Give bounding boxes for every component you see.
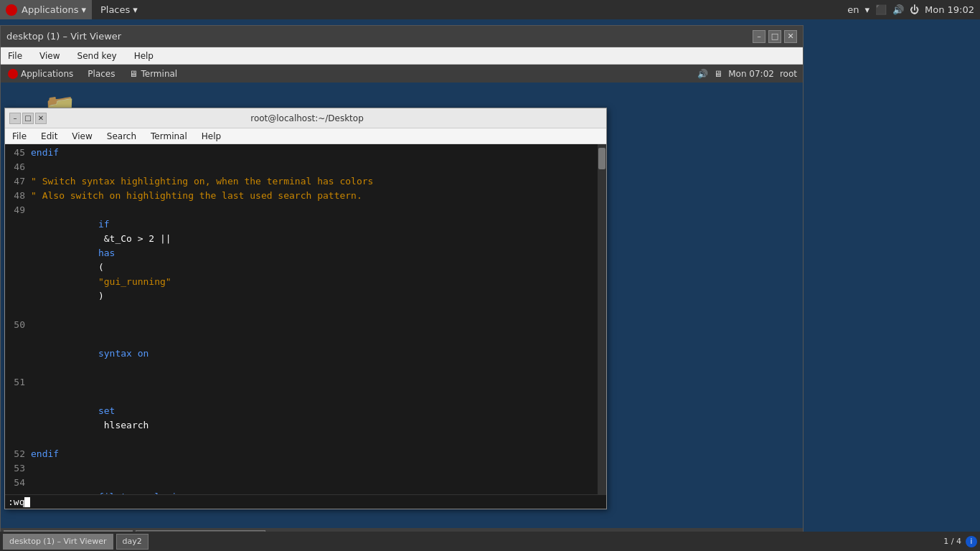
system-bar-left: Applications ▾ Places ▾ — [0, 0, 143, 19]
power-icon: ⏻ — [910, 4, 919, 15]
main-task-label-2: day2 — [123, 537, 142, 546]
guest-terminal-label: 🖥 — [129, 69, 138, 79]
term-edit-menu[interactable]: Edit — [37, 131, 62, 142]
code-line-49: 49 if &t_Co > 2 || has ( "gui_running" ) — [5, 203, 606, 318]
line-content-46 — [31, 160, 606, 174]
line-content-48: " Also switch on highlighting the last u… — [31, 189, 606, 203]
virt-viewer-window: desktop (1) – Virt Viewer – □ ✕ File Vie… — [0, 25, 804, 549]
term-view-menu[interactable]: View — [67, 131, 96, 142]
line-num-51: 51 — [5, 375, 31, 447]
code-line-46: 46 — [5, 160, 606, 174]
main-task-day2[interactable]: day2 — [116, 534, 149, 550]
cmd-text: :wq — [8, 496, 30, 508]
lang-arrow: ▾ — [864, 4, 870, 15]
line-content-52: endif — [31, 447, 606, 461]
virt-viewer-controls: – □ ✕ — [753, 30, 797, 43]
term-file-menu[interactable]: File — [8, 131, 31, 142]
guest-fedora-icon — [8, 69, 18, 79]
guest-applications-menu[interactable]: Applications — [1, 65, 80, 83]
fedora-icon — [6, 4, 17, 16]
scrollbar[interactable] — [598, 144, 606, 494]
main-task-virt-viewer[interactable]: desktop (1) – Virt Viewer — [3, 534, 113, 550]
scrollbar-thumb[interactable] — [598, 148, 606, 169]
guest-volume-icon: 🔊 — [697, 69, 708, 79]
places-arrow: ▾ — [133, 4, 138, 15]
main-task-label-1: desktop (1) – Virt Viewer — [9, 537, 107, 546]
vv-help-menu[interactable]: Help — [130, 50, 158, 62]
line-content-47: " Switch syntax highlighting on, when th… — [31, 174, 606, 189]
monitor-icon: ⬛ — [875, 4, 887, 15]
system-time: Mon 19:02 — [925, 4, 974, 15]
main-info-button[interactable]: i — [966, 536, 977, 547]
guest-places-label: Places — [88, 69, 115, 79]
vv-sendkey-menu[interactable]: Send key — [73, 50, 121, 62]
system-bar: Applications ▾ Places ▾ en ▾ ⬛ 🔊 ⏻ Mon 1… — [0, 0, 980, 19]
guest-topbar: Applications Places 🖥 Terminal 🔊 🖥 Mon 0… — [1, 65, 803, 83]
code-line-50: 50 syntax on — [5, 318, 606, 375]
terminal-controls: – □ ✕ — [9, 113, 47, 124]
applications-label: Applications — [22, 4, 78, 15]
cmd-line: :wq — [5, 494, 606, 509]
guest-terminal-menu[interactable]: 🖥 Terminal — [122, 65, 184, 83]
terminal-window: – □ ✕ root@localhost:~/Desktop File Edit… — [4, 108, 607, 509]
guest-applications-label: Applications — [21, 69, 73, 79]
line-content-51: set hlsearch — [31, 375, 606, 447]
main-taskbar: desktop (1) – Virt Viewer day2 1 / 4 i — [0, 532, 980, 551]
line-num-49: 49 — [5, 203, 31, 318]
main-page-indicator: 1 / 4 — [943, 537, 961, 546]
term-search-menu[interactable]: Search — [103, 131, 141, 142]
term-terminal-menu[interactable]: Terminal — [146, 131, 192, 142]
code-line-48: 48 " Also switch on highlighting the las… — [5, 189, 606, 203]
terminal-title: root@localhost:~/Desktop — [47, 113, 567, 123]
terminal-minimize[interactable]: – — [9, 113, 21, 124]
places-menu[interactable]: Places ▾ — [95, 0, 143, 19]
line-num-54: 54 — [5, 476, 31, 494]
code-line-45: 45 endif — [5, 146, 606, 160]
line-num-47: 47 — [5, 174, 31, 189]
guest-user: root — [780, 69, 797, 79]
guest-time: Mon 07:02 — [728, 69, 774, 79]
guest-desktop: Applications Places 🖥 Terminal 🔊 🖥 Mon 0… — [1, 65, 803, 548]
vv-view-menu[interactable]: View — [35, 50, 64, 62]
code-line-53: 53 — [5, 461, 606, 476]
line-content-54: filetype plugin on — [31, 476, 606, 494]
applications-menu[interactable]: Applications ▾ — [0, 0, 92, 19]
language-indicator[interactable]: en — [847, 4, 859, 15]
places-label: Places — [100, 4, 130, 15]
line-content-53 — [31, 461, 606, 476]
line-content-50: syntax on — [31, 318, 606, 375]
system-bar-right: en ▾ ⬛ 🔊 ⏻ Mon 19:02 — [847, 4, 980, 15]
terminal-maximize[interactable]: □ — [22, 113, 34, 124]
terminal-close[interactable]: ✕ — [35, 113, 47, 124]
code-line-51: 51 set hlsearch — [5, 375, 606, 447]
line-num-53: 53 — [5, 461, 31, 476]
minimize-button[interactable]: – — [753, 30, 765, 43]
vv-file-menu[interactable]: File — [4, 50, 27, 62]
text-cursor — [24, 497, 30, 507]
term-help-menu[interactable]: Help — [197, 131, 225, 142]
line-num-50: 50 — [5, 318, 31, 375]
line-num-52: 52 — [5, 447, 31, 461]
guest-places-menu[interactable]: Places — [80, 65, 122, 83]
terminal-menubar: File Edit View Search Terminal Help — [5, 128, 606, 144]
code-area: 45 endif 46 47 " Switch syntax highlight… — [5, 144, 606, 494]
virt-viewer-title: desktop (1) – Virt Viewer — [6, 31, 121, 42]
code-line-54: 54 filetype plugin on — [5, 476, 606, 494]
guest-terminal-text: Terminal — [141, 69, 177, 79]
guest-topbar-left: Applications Places 🖥 Terminal — [1, 65, 184, 83]
line-content-49: if &t_Co > 2 || has ( "gui_running" ) — [31, 203, 606, 318]
guest-topbar-right: 🔊 🖥 Mon 07:02 root — [697, 69, 803, 79]
terminal-titlebar: – □ ✕ root@localhost:~/Desktop — [5, 108, 606, 128]
code-line-47: 47 " Switch syntax highlighting on, when… — [5, 174, 606, 189]
virt-viewer-titlebar: desktop (1) – Virt Viewer – □ ✕ — [1, 26, 803, 47]
guest-monitor-icon: 🖥 — [714, 69, 722, 79]
virt-viewer-menubar: File View Send key Help — [1, 47, 803, 65]
line-num-48: 48 — [5, 189, 31, 203]
speaker-icon: 🔊 — [892, 4, 904, 15]
code-line-52: 52 endif — [5, 447, 606, 461]
maximize-button[interactable]: □ — [768, 30, 781, 43]
line-num-45: 45 — [5, 146, 31, 160]
close-button[interactable]: ✕ — [784, 30, 797, 43]
line-num-46: 46 — [5, 160, 31, 174]
main-taskbar-right: 1 / 4 i — [943, 536, 977, 547]
